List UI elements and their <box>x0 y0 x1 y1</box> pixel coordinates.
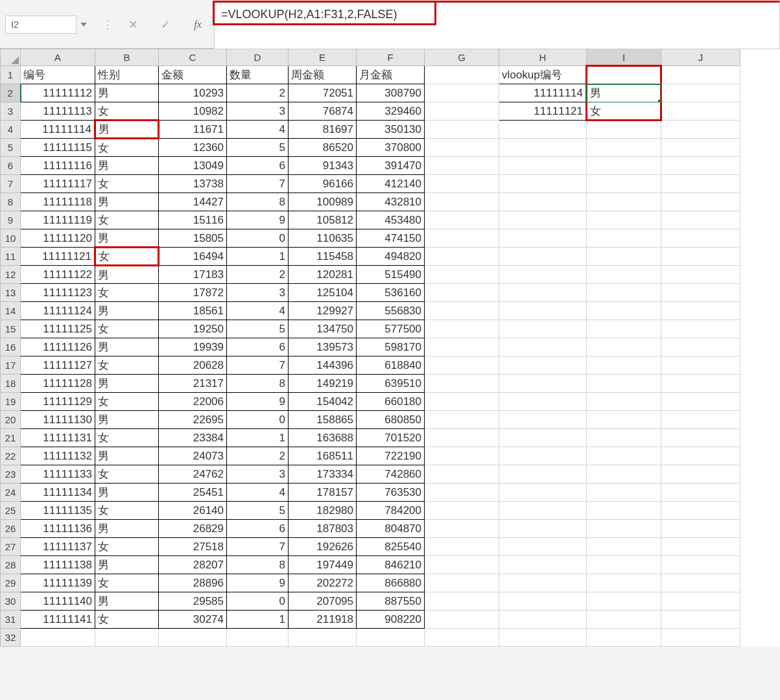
row-header-25[interactable]: 25 <box>1 502 21 520</box>
row-header-13[interactable]: 13 <box>1 284 21 302</box>
cell-B30[interactable]: 男 <box>95 592 159 611</box>
cell-D8[interactable]: 8 <box>227 193 289 211</box>
cell-B31[interactable]: 女 <box>95 611 159 629</box>
cell-E28[interactable]: 197449 <box>289 556 357 574</box>
cell-H17[interactable] <box>499 356 587 375</box>
cell-J13[interactable] <box>661 284 740 302</box>
cell-G4[interactable] <box>425 121 499 139</box>
cell-F9[interactable]: 453480 <box>357 211 425 229</box>
cell-B24[interactable]: 男 <box>95 484 159 502</box>
cell-J24[interactable] <box>661 484 740 502</box>
cell-A29[interactable]: 11111139 <box>21 574 95 592</box>
cell-A2[interactable]: 11111112 <box>21 84 95 102</box>
cell-E12[interactable]: 120281 <box>289 266 357 284</box>
cell-E15[interactable]: 134750 <box>289 320 357 338</box>
cell-E13[interactable]: 125104 <box>289 284 357 302</box>
cell-A3[interactable]: 11111113 <box>21 102 95 121</box>
cell-D18[interactable]: 8 <box>227 375 289 393</box>
cell-J10[interactable] <box>661 229 740 248</box>
cell-I20[interactable] <box>587 411 661 429</box>
cell-I21[interactable] <box>587 429 661 447</box>
cell-D3[interactable]: 3 <box>227 102 289 121</box>
cell-D21[interactable]: 1 <box>227 429 289 447</box>
cell-B18[interactable]: 男 <box>95 375 159 393</box>
cell-A19[interactable]: 11111129 <box>21 393 95 411</box>
cell-C5[interactable]: 12360 <box>159 139 227 157</box>
cell-G1[interactable] <box>425 66 499 84</box>
cell-H8[interactable] <box>499 193 587 211</box>
cell-I30[interactable] <box>587 592 661 611</box>
cell-J30[interactable] <box>661 592 740 611</box>
cell-B26[interactable]: 男 <box>95 520 159 538</box>
cell-D17[interactable]: 7 <box>227 356 289 375</box>
row-header-1[interactable]: 1 <box>1 66 21 84</box>
cell-A31[interactable]: 11111141 <box>21 611 95 629</box>
cell-H2[interactable]: 11111114 <box>499 84 587 102</box>
cell-A13[interactable]: 11111123 <box>21 284 95 302</box>
cell-G2[interactable] <box>425 84 499 102</box>
insert-function-button[interactable]: fx <box>182 14 214 36</box>
cell-H18[interactable] <box>499 375 587 393</box>
cell-E21[interactable]: 163688 <box>289 429 357 447</box>
cell-J14[interactable] <box>661 302 740 320</box>
cell-D29[interactable]: 9 <box>227 574 289 592</box>
cell-J23[interactable] <box>661 465 740 484</box>
cell-F22[interactable]: 722190 <box>357 447 425 465</box>
cell-H5[interactable] <box>499 139 587 157</box>
cell-E9[interactable]: 105812 <box>289 211 357 229</box>
cell-B14[interactable]: 男 <box>95 302 159 320</box>
row-header-21[interactable]: 21 <box>1 429 21 447</box>
cell-J25[interactable] <box>661 502 740 520</box>
cell-H21[interactable] <box>499 429 587 447</box>
cell-G30[interactable] <box>425 592 499 611</box>
cell-J11[interactable] <box>661 248 740 266</box>
cell-B4[interactable]: 男 <box>95 121 159 139</box>
cell-D23[interactable]: 3 <box>227 465 289 484</box>
cell-D1[interactable]: 数量 <box>227 66 289 84</box>
cell-A15[interactable]: 11111125 <box>21 320 95 338</box>
cell-F32[interactable] <box>357 629 425 647</box>
cell-A17[interactable]: 11111127 <box>21 356 95 375</box>
cell-G12[interactable] <box>425 266 499 284</box>
cell-J6[interactable] <box>661 157 740 175</box>
cell-I22[interactable] <box>587 447 661 465</box>
cell-J15[interactable] <box>661 320 740 338</box>
cell-H9[interactable] <box>499 211 587 229</box>
cell-C22[interactable]: 24073 <box>159 447 227 465</box>
column-header-E[interactable]: E <box>289 49 357 66</box>
cell-I24[interactable] <box>587 484 661 502</box>
cell-I8[interactable] <box>587 193 661 211</box>
cell-H11[interactable] <box>499 248 587 266</box>
cell-D32[interactable] <box>227 629 289 647</box>
cell-G24[interactable] <box>425 484 499 502</box>
cell-F14[interactable]: 556830 <box>357 302 425 320</box>
column-header-H[interactable]: H <box>499 49 587 66</box>
cell-J32[interactable] <box>661 629 740 647</box>
cell-J17[interactable] <box>661 356 740 375</box>
formula-input[interactable]: =VLOOKUP(H2,A1:F31,2,FALSE) <box>214 1 780 49</box>
cell-B12[interactable]: 男 <box>95 266 159 284</box>
cell-A9[interactable]: 11111119 <box>21 211 95 229</box>
column-header-I[interactable]: I <box>587 49 661 66</box>
cell-F28[interactable]: 846210 <box>357 556 425 574</box>
cell-J20[interactable] <box>661 411 740 429</box>
cell-C21[interactable]: 23384 <box>159 429 227 447</box>
cell-H23[interactable] <box>499 465 587 484</box>
cell-I14[interactable] <box>587 302 661 320</box>
row-header-17[interactable]: 17 <box>1 356 21 375</box>
cell-I31[interactable] <box>587 611 661 629</box>
cell-E29[interactable]: 202272 <box>289 574 357 592</box>
cell-B11[interactable]: 女 <box>95 248 159 266</box>
cell-G28[interactable] <box>425 556 499 574</box>
cell-F17[interactable]: 618840 <box>357 356 425 375</box>
cell-B5[interactable]: 女 <box>95 139 159 157</box>
row-header-8[interactable]: 8 <box>1 193 21 211</box>
cell-B32[interactable] <box>95 629 159 647</box>
cell-A21[interactable]: 11111131 <box>21 429 95 447</box>
cell-D13[interactable]: 3 <box>227 284 289 302</box>
cell-E14[interactable]: 129927 <box>289 302 357 320</box>
cell-E32[interactable] <box>289 629 357 647</box>
cell-C23[interactable]: 24762 <box>159 465 227 484</box>
cell-J19[interactable] <box>661 393 740 411</box>
cell-I11[interactable] <box>587 248 661 266</box>
